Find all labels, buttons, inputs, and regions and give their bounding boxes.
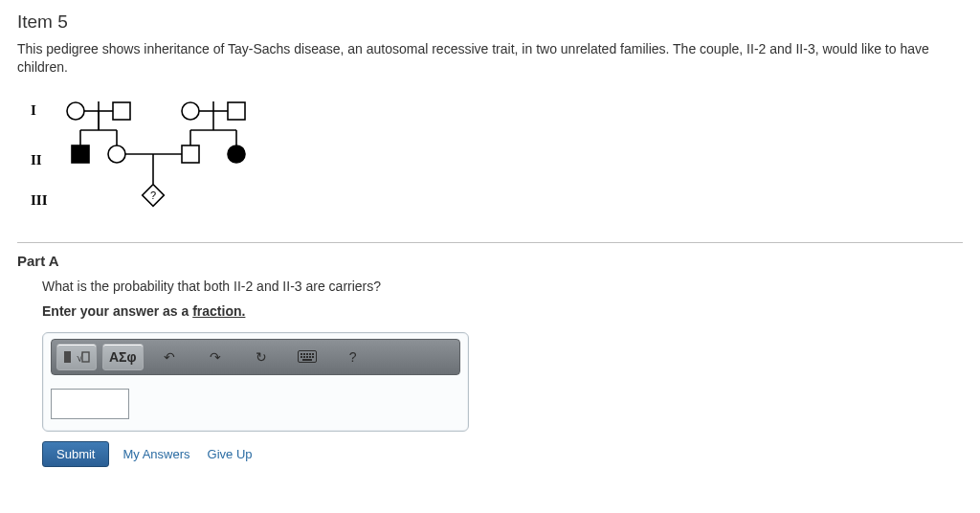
svg-point-11 bbox=[182, 102, 199, 120]
part-label: Part A bbox=[17, 253, 963, 269]
answer-box: √ ΑΣφ ↶ ↷ ↻ ? bbox=[42, 332, 469, 432]
svg-rect-9 bbox=[72, 145, 89, 163]
svg-rect-29 bbox=[301, 353, 302, 355]
gen-label-3: III bbox=[31, 192, 48, 208]
gen-label-1: I bbox=[31, 102, 36, 118]
svg-rect-32 bbox=[309, 353, 311, 355]
separator bbox=[17, 242, 963, 243]
svg-rect-39 bbox=[302, 359, 312, 361]
svg-rect-30 bbox=[303, 353, 305, 355]
svg-rect-3 bbox=[113, 102, 130, 120]
prompt-text: This pedigree shows inheritance of Tay-S… bbox=[17, 40, 963, 77]
question-text: What is the probability that both II-2 a… bbox=[42, 279, 963, 294]
templates-icon: √ bbox=[63, 349, 90, 365]
svg-rect-25 bbox=[64, 351, 71, 363]
svg-rect-31 bbox=[306, 353, 308, 355]
svg-rect-35 bbox=[303, 356, 305, 358]
svg-text:?: ? bbox=[150, 190, 156, 201]
reset-button[interactable]: ↻ bbox=[241, 344, 281, 370]
svg-rect-34 bbox=[301, 356, 302, 358]
svg-rect-37 bbox=[309, 356, 311, 358]
instruction: Enter your answer as a fraction. bbox=[42, 303, 963, 319]
svg-point-0 bbox=[67, 102, 84, 120]
svg-point-20 bbox=[228, 145, 245, 163]
instruction-fraction: fraction. bbox=[192, 303, 245, 319]
svg-rect-14 bbox=[228, 102, 245, 120]
instruction-lead: Enter your answer as a bbox=[42, 303, 192, 319]
redo-button[interactable]: ↷ bbox=[195, 344, 235, 370]
gen-label-2: II bbox=[31, 152, 42, 167]
undo-button[interactable]: ↶ bbox=[149, 344, 189, 370]
keyboard-icon bbox=[298, 350, 317, 363]
svg-rect-27 bbox=[82, 352, 89, 362]
svg-point-10 bbox=[108, 145, 125, 163]
action-row: Submit My Answers Give Up bbox=[42, 441, 963, 467]
answer-input[interactable] bbox=[51, 389, 129, 419]
give-up-link[interactable]: Give Up bbox=[208, 447, 253, 461]
my-answers-link[interactable]: My Answers bbox=[122, 447, 189, 461]
svg-rect-36 bbox=[306, 356, 308, 358]
keyboard-button[interactable] bbox=[287, 344, 327, 370]
svg-rect-38 bbox=[312, 356, 314, 358]
pedigree-diagram: I II III bbox=[23, 88, 963, 225]
item-title: Item 5 bbox=[17, 11, 963, 33]
svg-rect-19 bbox=[182, 145, 199, 163]
greek-button[interactable]: ΑΣφ bbox=[102, 344, 144, 370]
submit-button[interactable]: Submit bbox=[42, 441, 109, 467]
svg-rect-33 bbox=[312, 353, 314, 355]
equation-toolbar: √ ΑΣφ ↶ ↷ ↻ ? bbox=[51, 339, 460, 375]
templates-button[interactable]: √ bbox=[56, 344, 97, 370]
help-button[interactable]: ? bbox=[333, 344, 373, 370]
pedigree-svg: I II III bbox=[23, 88, 310, 222]
